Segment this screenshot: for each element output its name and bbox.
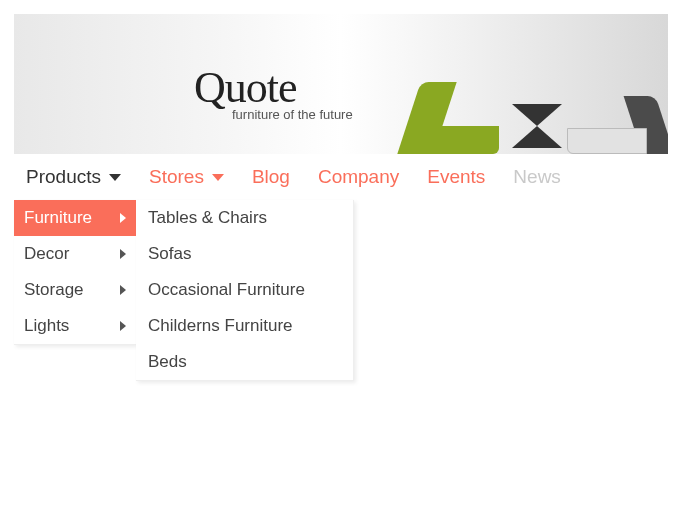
submenu-item-decor[interactable]: Decor [14, 236, 136, 272]
chevron-right-icon [120, 285, 126, 295]
hero-chair-green-icon [409, 82, 499, 154]
hero-chair-grey-icon [569, 96, 665, 154]
brand-tagline: furniture of the future [232, 107, 353, 122]
chevron-right-icon [120, 321, 126, 331]
nav-company-label: Company [318, 166, 399, 188]
products-submenu: Furniture Decor Storage Lights [14, 200, 136, 345]
submenu-item-label: Furniture [24, 208, 92, 228]
submenu-item-furniture[interactable]: Furniture [14, 200, 136, 236]
submenu-item-label: Storage [24, 280, 84, 300]
nav-blog-label: Blog [252, 166, 290, 188]
submenu-item-label: Lights [24, 316, 69, 336]
nav-stores-label: Stores [149, 166, 204, 188]
submenu-item-label: Decor [24, 244, 69, 264]
submenu2-item-childerns[interactable]: Childerns Furniture [136, 308, 353, 344]
brand-block: Quote furniture of the future [194, 62, 353, 122]
nav-company[interactable]: Company [318, 166, 399, 188]
nav-blog[interactable]: Blog [252, 166, 290, 188]
submenu2-item-occasional[interactable]: Occasional Furniture [136, 272, 353, 308]
submenu-item-storage[interactable]: Storage [14, 272, 136, 308]
svg-marker-1 [512, 126, 562, 148]
submenu2-item-label: Occasional Furniture [148, 280, 305, 299]
chevron-right-icon [120, 249, 126, 259]
nav-products[interactable]: Products [26, 166, 121, 188]
svg-marker-0 [512, 104, 562, 126]
submenu2-item-sofas[interactable]: Sofas [136, 236, 353, 272]
nav-news-label: News [513, 166, 561, 188]
chevron-right-icon [120, 213, 126, 223]
nav-events-label: Events [427, 166, 485, 188]
submenu2-item-beds[interactable]: Beds [136, 344, 353, 380]
main-nav: Products Stores Blog Company Events News [14, 154, 667, 200]
submenu-item-lights[interactable]: Lights [14, 308, 136, 344]
caret-down-icon [109, 174, 121, 181]
submenu2-item-label: Tables & Chairs [148, 208, 267, 227]
furniture-submenu: Tables & Chairs Sofas Occasional Furnitu… [136, 200, 354, 381]
submenu2-item-tables-chairs[interactable]: Tables & Chairs [136, 200, 353, 236]
nav-stores[interactable]: Stores [149, 166, 224, 188]
nav-news[interactable]: News [513, 166, 561, 188]
submenu2-item-label: Sofas [148, 244, 191, 263]
nav-products-label: Products [26, 166, 101, 188]
submenu2-item-label: Beds [148, 352, 187, 371]
brand-name: Quote [194, 62, 353, 113]
nav-events[interactable]: Events [427, 166, 485, 188]
caret-down-icon [212, 174, 224, 181]
submenu2-item-label: Childerns Furniture [148, 316, 293, 335]
hero-banner: Quote furniture of the future [14, 14, 668, 154]
hero-table-icon [512, 104, 562, 152]
